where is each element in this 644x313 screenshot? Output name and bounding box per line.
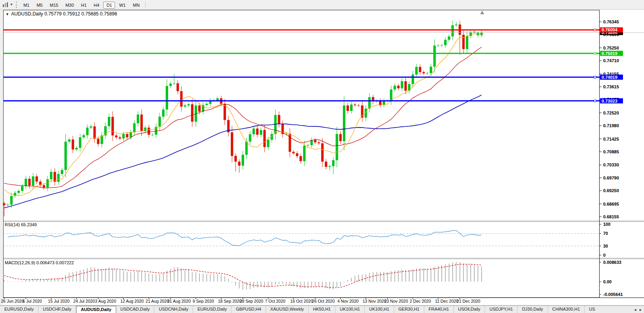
candle-body xyxy=(115,136,117,137)
chart-tab-xauusd-weekly[interactable]: XAUUSD,Weekly xyxy=(266,306,309,313)
candle-body xyxy=(390,90,392,101)
candle-body xyxy=(126,134,128,137)
hline-handle[interactable] xyxy=(594,100,596,102)
candle-body xyxy=(35,176,38,181)
chart-tab-audusd-daily[interactable]: AUDUSD,Daily xyxy=(76,306,116,313)
date-tick-label: 7 Oct 2020 xyxy=(265,299,286,303)
chart-tab-us[interactable]: US xyxy=(585,306,599,313)
date-tick-label: 23 Nov 2020 xyxy=(384,299,408,303)
chart-tab-hk50-h1[interactable]: HK50,H1 xyxy=(309,306,335,313)
timeframe-button-w1[interactable]: W1 xyxy=(116,2,129,9)
candle-body xyxy=(25,179,27,186)
candle-body xyxy=(332,160,334,166)
timeframe-button-h1[interactable]: H1 xyxy=(78,2,90,9)
chart-title: ▼AUDUSD,Daily 0.75779 0.75912 0.75685 0.… xyxy=(6,11,117,17)
chart-tab-usdcnh-daily[interactable]: USDCNH,Daily xyxy=(154,306,193,313)
tab-scroll-right-icon[interactable]: ► xyxy=(639,308,642,312)
indicators-chart-icon[interactable] xyxy=(2,1,10,8)
chart-tab-eurusd-daily[interactable]: EURUSD,Daily xyxy=(193,306,232,313)
timeframe-button-m15[interactable]: M15 xyxy=(46,2,61,9)
timeframe-button-mn[interactable]: MN xyxy=(130,2,143,9)
price-tick-label: 0.68155 xyxy=(603,214,619,219)
candle-body xyxy=(180,91,182,107)
candle-body xyxy=(466,36,468,49)
price-tick-label: 0.69250 xyxy=(603,188,619,193)
timeframe-button-m5[interactable]: M5 xyxy=(33,2,46,9)
price-tick-label: 0.74710 xyxy=(603,58,619,63)
candle-body xyxy=(292,152,295,153)
chart-tab-usdcad-daily[interactable]: USDCAD,Daily xyxy=(116,306,155,313)
date-tick-label: 28 Sep 2020 xyxy=(240,299,263,303)
hline-price-label-text: 0.73023 xyxy=(602,99,617,103)
candle-body xyxy=(57,174,59,182)
candle-body xyxy=(267,140,269,147)
candle-body xyxy=(357,105,360,106)
chart-tab-china300-h1[interactable]: CHINA300,H1 xyxy=(548,306,585,313)
chart-tab-usoil-daily[interactable]: USOil,Daily xyxy=(454,306,485,313)
rsi-tick-label: 70 xyxy=(603,231,608,236)
timeframe-button-m30[interactable]: M30 xyxy=(62,2,77,9)
candle-body xyxy=(415,67,418,74)
chart-tab-uk100-h1[interactable]: UK100,H1 xyxy=(335,306,365,313)
timeframe-button-m1[interactable]: M1 xyxy=(20,2,33,9)
rsi-indicator-label: RSI(14) 65.2349 xyxy=(5,222,37,227)
candle-body xyxy=(263,130,266,147)
tab-scroll-left-icon[interactable]: ◄ xyxy=(633,308,637,312)
hline-handle[interactable] xyxy=(594,52,596,54)
chart-tab-fra40-h1[interactable]: FRA40,H1 xyxy=(424,306,454,313)
date-tick-label: 21 Aug 2020 xyxy=(146,299,169,303)
candle-body xyxy=(159,116,161,127)
candle-body xyxy=(216,98,218,100)
candle-body xyxy=(151,135,153,135)
timeframe-toolbar: ▼ M1M5M15M30H1H4D1W1MN xyxy=(0,0,644,10)
chart-tab-uk100-h1[interactable]: UK100,H1 xyxy=(365,306,394,313)
chart-tab-ger30-h1[interactable]: GER30,H1 xyxy=(394,306,424,313)
price-tick-label: 0.69790 xyxy=(603,176,619,180)
toolbar-separator xyxy=(145,2,146,8)
candle-body xyxy=(441,45,443,46)
hline-price-label-text: 0.74019 xyxy=(602,75,617,80)
candle-body xyxy=(79,137,81,148)
hline-handle[interactable] xyxy=(594,76,596,78)
timeframe-buttons: M1M5M15M30H1H4D1W1MN xyxy=(20,1,143,8)
chart-tab-eurusd-daily[interactable]: EURUSD,Daily xyxy=(0,306,38,313)
candle-body xyxy=(93,126,96,139)
macd-tick-label: 0.00 xyxy=(603,279,611,284)
candle-body xyxy=(75,148,78,149)
date-tick-label: 18 Sep 2020 xyxy=(218,299,242,303)
candle-body xyxy=(339,134,342,141)
candle-body xyxy=(433,46,436,67)
candle-body xyxy=(169,84,172,86)
candle-body xyxy=(162,109,165,116)
chart-tab-gbpusd-h4[interactable]: GBPUSD,H4 xyxy=(232,306,266,313)
candle-body xyxy=(191,104,194,122)
candle-body xyxy=(260,130,262,135)
candle-body xyxy=(242,155,244,166)
date-tick-label: 15 Jul 2020 xyxy=(48,299,69,303)
candle-body xyxy=(46,179,49,187)
hline-handle[interactable] xyxy=(594,29,596,31)
toolbar-grip[interactable] xyxy=(16,2,17,8)
date-tick-label: 2 Dec 2020 xyxy=(410,299,431,303)
chart-tab-usdjpy-h1[interactable]: USDJPY,H1 xyxy=(485,306,518,313)
price-tick-label: 0.71980 xyxy=(603,123,619,128)
candle-body xyxy=(10,196,13,204)
chevron-down-icon[interactable]: ▼ xyxy=(10,3,13,6)
candle-body xyxy=(426,73,428,73)
candle-body xyxy=(188,104,190,105)
candle-body xyxy=(28,179,31,185)
candle-body xyxy=(231,132,233,156)
chart-icon-glyph xyxy=(2,2,9,8)
collapse-triangle-icon[interactable]: ▼ xyxy=(6,12,9,16)
timeframe-button-h4[interactable]: H4 xyxy=(90,2,102,9)
hline-price-label: 0.73023 xyxy=(600,98,623,103)
candle-body xyxy=(422,72,425,73)
chart-window: 0.763450.758050.752500.747100.741550.736… xyxy=(0,10,644,305)
date-tick-label: 4 Nov 2020 xyxy=(337,299,359,303)
candle-body xyxy=(108,117,110,126)
price-tick-label: 0.73615 xyxy=(603,84,619,89)
candle-body xyxy=(234,156,237,162)
chart-tab-usdchf-daily[interactable]: USDCHF,Daily xyxy=(38,306,76,313)
timeframe-button-d1[interactable]: D1 xyxy=(103,2,115,9)
chart-tab-dj30-daily[interactable]: DJ30,Daily xyxy=(518,306,548,313)
